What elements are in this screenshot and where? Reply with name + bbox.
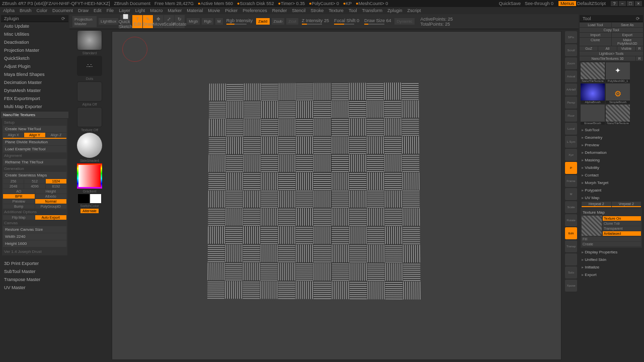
rgb-intensity[interactable]: Rgb Intensity — [226, 18, 253, 25]
goz-visible[interactable]: Visible — [617, 46, 635, 51]
refresh-icon[interactable]: ⟳ — [636, 16, 640, 21]
deformation-section[interactable]: Deformation — [580, 149, 643, 156]
color-picker[interactable] — [77, 163, 102, 189]
rotate-mode[interactable]: ↻Rotate — [175, 15, 185, 28]
quicksave-button[interactable]: QuickSave — [499, 1, 521, 6]
create[interactable]: Create — [582, 242, 641, 246]
decimation-master[interactable]: Decimation Master — [1, 78, 68, 86]
nano-r[interactable]: R — [636, 56, 643, 61]
map-albedo[interactable]: Albedo — [35, 194, 67, 199]
nano-slider[interactable]: NanoTileTextures 30 — [580, 56, 635, 61]
seethrough[interactable]: See-through 0 — [525, 1, 553, 6]
move-mode[interactable]: ✥Move — [153, 15, 164, 28]
polypaint-section[interactable]: Polypaint — [580, 187, 643, 194]
auto-update[interactable]: Auto Update — [1, 22, 68, 30]
menu-light[interactable]: Light — [135, 8, 145, 13]
material-thumb[interactable] — [77, 133, 102, 158]
menu-alpha[interactable]: Alpha — [3, 8, 15, 13]
initialize-section[interactable]: Initialize — [580, 264, 643, 270]
reframe-tiletool[interactable]: Reframe The TileTool — [3, 159, 66, 165]
subtool-section[interactable]: SubTool — [580, 127, 643, 133]
multimap-exporter[interactable]: Multi Map Exporter — [1, 103, 68, 111]
antialiased[interactable]: Antialiased — [603, 231, 641, 236]
align-y[interactable]: Align Y — [24, 133, 45, 137]
plane-divide[interactable]: Plane Divide Resolution — [3, 138, 66, 145]
thumb-nanotile[interactable]: NanoTileTexture — [581, 62, 605, 82]
menu-stencil[interactable]: Stencil — [292, 8, 305, 13]
quicksketch-btn[interactable]: ⬜Quick Sketch — [120, 15, 130, 28]
transparent[interactable]: Transparent — [603, 226, 641, 231]
auto-export[interactable]: Auto Export — [35, 215, 67, 220]
save-as[interactable]: Save As — [612, 23, 643, 27]
map-normal[interactable]: Normal — [35, 199, 67, 204]
export-section[interactable]: Export — [580, 272, 643, 278]
shelf-m[interactable]: M — [565, 188, 577, 200]
projection-master-btn[interactable]: Projection Master — [72, 16, 97, 27]
close-icon[interactable]: × — [635, 1, 642, 6]
refresh-icon[interactable]: ⟳ — [61, 16, 65, 21]
3dprint-exporter[interactable]: 3D Print Exporter — [1, 259, 68, 267]
make-polymesh[interactable]: Make PolyMesh3D — [612, 38, 643, 46]
goz-all[interactable]: All — [598, 46, 616, 51]
align-z[interactable]: Align Z — [46, 133, 66, 137]
copy-tool[interactable]: Copy Tool — [580, 28, 643, 32]
size-2048[interactable]: 2048 — [3, 184, 24, 189]
shelf-local[interactable]: Local — [565, 123, 577, 135]
shelf-[interactable] — [565, 253, 577, 265]
thumb-alpha[interactable]: AlphaBrush — [581, 83, 605, 104]
map-bump[interactable]: Bump — [3, 204, 35, 209]
menu-layer[interactable]: Layer — [119, 8, 130, 13]
z-intensity[interactable]: Z Intensity 25 — [302, 18, 329, 25]
load-example[interactable]: Load Example TileTool — [3, 146, 66, 152]
quicksketch[interactable]: QuickSketch — [1, 54, 68, 62]
menu-edit[interactable]: Edit — [94, 8, 102, 13]
shelf-frame[interactable]: Frame — [565, 175, 577, 187]
geometry-section[interactable]: Geometry — [580, 134, 643, 141]
uvmap-section[interactable]: UV Map — [580, 195, 643, 201]
menu-document[interactable]: Document — [52, 8, 73, 13]
shelf-xpose[interactable]: Xpose — [565, 280, 577, 292]
masking-section[interactable]: Masking — [580, 157, 643, 163]
lightbox-tools[interactable]: Lightbox> Tools — [580, 51, 643, 56]
shelf-floor[interactable]: Floor — [565, 110, 577, 122]
create-seamless[interactable]: Create Seamless Maps — [3, 172, 66, 178]
maya-blend[interactable]: Maya Blend Shapes — [1, 70, 68, 78]
load-tool[interactable]: Load Tool — [580, 23, 611, 27]
mrgb[interactable]: Mrgb — [187, 18, 200, 25]
contact-section[interactable]: Contact — [580, 172, 643, 178]
menu-file[interactable]: File — [107, 8, 114, 13]
projection-master[interactable]: Projection Master — [1, 46, 68, 54]
switch-color[interactable]: SwitchColor — [80, 204, 99, 208]
shelf-spix[interactable]: SPix — [565, 31, 577, 43]
alternate[interactable]: Alternate — [80, 209, 99, 213]
import[interactable]: Import — [580, 33, 611, 37]
menu-macro[interactable]: Macro — [150, 8, 163, 13]
shelf-persp[interactable]: Persp — [565, 97, 577, 109]
shelf-scale[interactable]: Scale — [565, 201, 577, 213]
menu-render[interactable]: Render — [272, 8, 287, 13]
menu-tool[interactable]: Tool — [349, 8, 357, 13]
create-tiletool[interactable]: Create New TileTool — [3, 126, 66, 132]
size-512[interactable]: 512 — [24, 179, 45, 184]
shelf-actual[interactable]: Actual — [565, 70, 577, 82]
morph-section[interactable]: Morph Target — [580, 179, 643, 186]
map-preview[interactable]: Preview — [3, 199, 35, 204]
fill[interactable]: Fill — [582, 237, 641, 241]
brush-thumb[interactable] — [77, 30, 102, 50]
swatch-white[interactable] — [90, 194, 101, 203]
canvas-height[interactable]: Height 1600 — [3, 240, 66, 247]
menu-picker[interactable]: Picker — [225, 8, 237, 13]
thumb-nanotile2[interactable]: NanoTileTexture — [606, 105, 630, 125]
transpose-master[interactable]: Transpose Master — [1, 276, 68, 284]
rgb[interactable]: Rgb — [202, 18, 213, 25]
stroke-thumb[interactable]: ∴∴ — [77, 56, 102, 76]
subtool-master[interactable]: SubTool Master — [1, 267, 68, 276]
unified-skin-section[interactable]: Unified Skin — [580, 256, 643, 263]
menu-stroke[interactable]: Stroke — [310, 8, 324, 13]
menu-preferences[interactable]: Preferences — [243, 8, 267, 13]
menu-color[interactable]: Color — [37, 8, 48, 13]
size-256[interactable]: 256 — [3, 179, 24, 184]
adjust-plugin[interactable]: Adjust Plugin — [1, 62, 68, 70]
uv-master[interactable]: UV Master — [1, 284, 68, 292]
lightbox-btn[interactable]: LightBox — [99, 18, 118, 25]
